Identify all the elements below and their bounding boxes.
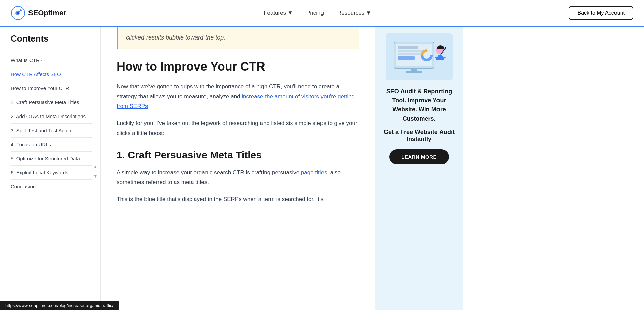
- body-paragraph: Luckily for you, I've taken out the legw…: [117, 118, 359, 138]
- chevron-down-icon: ▼: [366, 10, 371, 16]
- seoptimer-logo-icon: [11, 6, 25, 20]
- sidebar-item-add-ctas[interactable]: 2. Add CTAs to Meta Descriptions: [11, 109, 92, 124]
- nav-pricing[interactable]: Pricing: [306, 10, 324, 16]
- nav-resources[interactable]: Resources ▼: [337, 10, 371, 16]
- sidebar-item-craft-meta-titles[interactable]: 1. Craft Persuasive Meta Titles: [11, 95, 92, 109]
- sidebar-item-local-keywords[interactable]: 6. Exploit Local Keywords: [11, 166, 92, 180]
- intro-paragraph: Now that we've gotten to grips with the …: [117, 82, 359, 111]
- status-bar: https://www.seoptimer.com/blog/increase-…: [0, 301, 119, 310]
- svg-rect-7: [398, 53, 423, 55]
- page-layout: Contents What Is CTR? How CTR Affects SE…: [0, 27, 644, 310]
- ad-illustration: [386, 33, 453, 80]
- svg-rect-12: [406, 71, 422, 73]
- ad-description-text: SEO Audit & Reporting Tool. Improve Your…: [381, 87, 457, 123]
- page-titles-link[interactable]: page titles: [301, 169, 327, 176]
- sidebar-item-focus-urls[interactable]: 4. Focus on URLs: [11, 138, 92, 152]
- quote-text: clicked results bubble toward the top.: [126, 34, 225, 41]
- section-heading: How to Improve Your CTR: [117, 59, 359, 74]
- sidebar-item-conclusion[interactable]: Conclusion: [11, 180, 92, 193]
- quote-block: clicked results bubble toward the top.: [117, 27, 359, 49]
- sidebar-item-split-test[interactable]: 3. Split-Test and Test Again: [11, 124, 92, 138]
- svg-rect-8: [398, 56, 415, 60]
- chevron-down-icon: ▼: [287, 10, 293, 16]
- intro-text-after: .: [148, 103, 150, 109]
- header: SEOptimer Features ▼ Pricing Resources ▼…: [0, 0, 644, 27]
- scroll-down-icon[interactable]: ▼: [93, 173, 98, 179]
- subsection-paragraph-1: A simple way to increase your organic se…: [117, 168, 359, 188]
- nav-features[interactable]: Features ▼: [264, 10, 293, 16]
- logo-text: SEOptimer: [28, 9, 66, 17]
- svg-rect-5: [398, 46, 418, 49]
- sidebar-nav: What Is CTR? How CTR Affects SEO How to …: [11, 53, 92, 193]
- contents-sidebar: Contents What Is CTR? How CTR Affects SE…: [0, 27, 101, 310]
- scroll-up-icon[interactable]: ▲: [93, 164, 98, 169]
- logo-area: SEOptimer: [11, 6, 66, 20]
- ad-illustration-svg: [387, 35, 451, 79]
- status-url: https://www.seoptimer.com/blog/increase-…: [5, 303, 113, 308]
- main-nav: Features ▼ Pricing Resources ▼: [264, 10, 371, 16]
- back-to-account-button[interactable]: Back to My Account: [569, 6, 633, 20]
- main-content: clicked results bubble toward the top. H…: [101, 27, 375, 310]
- subsection-heading: 1. Craft Persuasive Meta Titles: [117, 149, 359, 161]
- scroll-indicators: ▲ ▼: [93, 164, 98, 179]
- sidebar-item-how-ctr-affects-seo[interactable]: How CTR Affects SEO: [11, 67, 92, 81]
- ad-cta-label: Get a Free Website Audit Instantly: [381, 129, 457, 143]
- subsection-para1-before: A simple way to increase your organic se…: [117, 169, 301, 176]
- ad-sidebar: SEO Audit & Reporting Tool. Improve Your…: [375, 27, 463, 310]
- learn-more-button[interactable]: LEARN MORE: [389, 149, 449, 164]
- svg-point-1: [20, 9, 22, 11]
- sidebar-item-how-to-improve[interactable]: How to Improve Your CTR: [11, 81, 92, 95]
- sidebar-item-structured-data[interactable]: 5. Optimize for Structured Data: [11, 152, 92, 166]
- sidebar-item-what-is-ctr[interactable]: What Is CTR?: [11, 53, 92, 67]
- contents-title: Contents: [11, 33, 92, 47]
- subsection-paragraph-2: This is the blue title that's displayed …: [117, 194, 359, 204]
